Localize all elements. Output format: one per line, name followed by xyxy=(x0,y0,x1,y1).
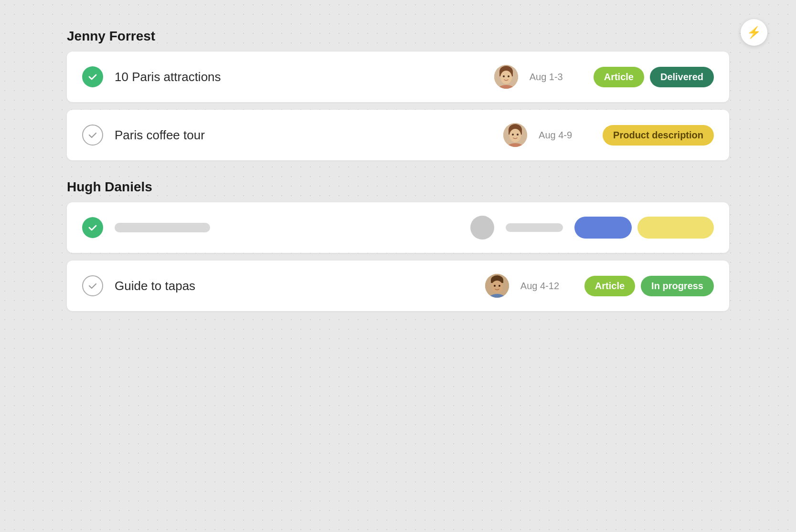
task-title: Guide to tapas xyxy=(115,279,474,293)
task-title-blurred xyxy=(115,223,459,232)
check-filled-icon[interactable] xyxy=(82,217,103,238)
badge-green-light: Article xyxy=(584,276,635,296)
badge-blurred-1 xyxy=(574,217,632,239)
svg-point-5 xyxy=(508,75,509,77)
badge-yellow: Product description xyxy=(603,125,714,146)
avatar xyxy=(485,274,509,298)
badges-group: Product description xyxy=(603,125,714,146)
check-filled-icon[interactable] xyxy=(82,66,103,87)
svg-point-11 xyxy=(512,134,514,136)
lightning-icon: ⚡ xyxy=(747,26,761,39)
svg-point-17 xyxy=(491,281,503,293)
avatar xyxy=(503,123,527,147)
task-card-guide-tapas: Guide to tapas Aug 4-12ArticleIn progres… xyxy=(67,261,729,311)
badge-green-medium: In progress xyxy=(641,276,714,296)
task-date: Aug 4-12 xyxy=(520,281,573,292)
svg-point-4 xyxy=(503,75,505,77)
task-card-blurred-task xyxy=(67,202,729,253)
badge-green-dark: Delivered xyxy=(650,67,714,87)
task-card-paris-attractions: 10 Paris attractions Aug 1-3ArticleDeliv… xyxy=(67,52,729,102)
task-title: 10 Paris attractions xyxy=(115,70,483,84)
badges-group: ArticleIn progress xyxy=(584,276,714,296)
task-card-paris-coffee: Paris coffee tour Aug 4-9Product descrip… xyxy=(67,110,729,160)
check-outline-icon[interactable] xyxy=(82,275,103,296)
svg-point-19 xyxy=(499,285,500,287)
avatar xyxy=(494,65,518,89)
avatar-blurred xyxy=(470,216,494,240)
lightning-button[interactable]: ⚡ xyxy=(741,19,767,46)
badges-group: ArticleDelivered xyxy=(594,67,714,87)
task-date: Aug 1-3 xyxy=(530,72,582,83)
section-hugh-daniels: Hugh Daniels Guide to tapas Aug 4-12Arti… xyxy=(67,179,729,311)
badges-group xyxy=(574,217,714,239)
date-blurred xyxy=(506,223,563,232)
section-title: Jenny Forrest xyxy=(67,29,729,44)
svg-point-3 xyxy=(500,71,512,84)
badge-green-light: Article xyxy=(594,67,644,87)
task-title: Paris coffee tour xyxy=(115,128,492,143)
app-container: Jenny Forrest 10 Paris attractions Aug 1… xyxy=(67,29,729,311)
svg-point-18 xyxy=(494,285,496,287)
svg-point-12 xyxy=(517,134,519,136)
svg-point-10 xyxy=(509,129,521,142)
section-jenny-forrest: Jenny Forrest 10 Paris attractions Aug 1… xyxy=(67,29,729,160)
check-outline-icon[interactable] xyxy=(82,125,103,146)
badge-blurred-2 xyxy=(637,217,714,239)
section-title: Hugh Daniels xyxy=(67,179,729,195)
task-date: Aug 4-9 xyxy=(539,130,591,141)
